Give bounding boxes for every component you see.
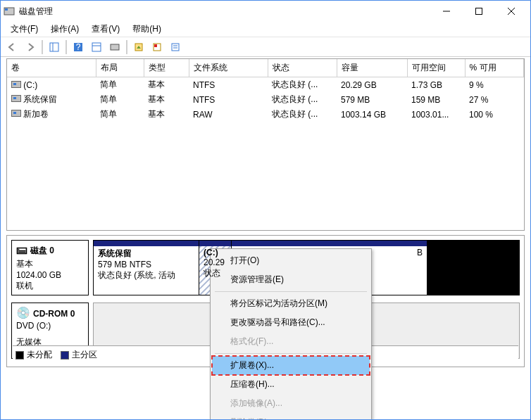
- cell: 20.29 GB: [337, 77, 407, 93]
- partition-status: 状态: [204, 267, 227, 279]
- partition[interactable]: 系统保留 579 MB NTFS 状态良好 (系统, 活动: [94, 241, 199, 295]
- maximize-button[interactable]: [463, 1, 495, 22]
- cell: RAW: [189, 107, 268, 122]
- disk-name: CD-ROM 0: [33, 309, 75, 319]
- toolbar-separator: [65, 40, 67, 54]
- title-bar: 磁盘管理: [1, 1, 530, 22]
- cell: 简单: [96, 107, 144, 122]
- disk-icon: 🖴: [16, 243, 27, 255]
- toolbar-separator: [126, 40, 127, 54]
- cell: NTFS: [189, 77, 268, 93]
- volume-row[interactable]: 系统保留 简单 基本 NTFS 状态良好 (... 579 MB 159 MB …: [7, 92, 524, 107]
- settings-button[interactable]: [88, 39, 105, 55]
- cell: NTFS: [189, 92, 268, 107]
- volume-row[interactable]: 新加卷 简单 基本 RAW 状态良好 (... 1003.14 GB 1003.…: [7, 107, 524, 122]
- cell: 基本: [144, 107, 189, 122]
- menu-view[interactable]: 查看(V): [86, 22, 125, 37]
- svg-rect-6: [50, 43, 58, 51]
- partition-text: B: [236, 248, 423, 257]
- ctx-separator: [215, 353, 367, 354]
- volume-icon: [11, 95, 21, 102]
- cell: 简单: [96, 92, 144, 107]
- volume-list-header[interactable]: 卷 布局 类型 文件系统 状态 容量 可用空间 % 可用: [7, 59, 524, 77]
- ctx-delete[interactable]: 删除卷(D)...: [212, 413, 370, 420]
- col-type[interactable]: 类型: [144, 59, 189, 77]
- disk-line2: DVD (O:): [16, 321, 84, 331]
- cell: 系统保留: [23, 94, 57, 104]
- ctx-add-mirror[interactable]: 添加镜像(A)...: [212, 394, 370, 413]
- cell: 简单: [96, 77, 144, 93]
- col-fs[interactable]: 文件系统: [189, 59, 268, 77]
- disk-header[interactable]: 🖴磁盘 0 基本 1024.00 GB 联机: [11, 240, 89, 295]
- cell: 状态良好 (...: [268, 77, 337, 93]
- cell: 9 %: [465, 77, 524, 93]
- col-status[interactable]: 状态: [268, 59, 337, 77]
- cell: 159 MB: [407, 92, 465, 107]
- cell: 1003.14 GB: [337, 107, 407, 122]
- help-button[interactable]: ?: [70, 39, 87, 55]
- ctx-mark-active[interactable]: 将分区标记为活动分区(M): [212, 294, 370, 313]
- back-button[interactable]: [4, 39, 20, 55]
- partition-stripe: [199, 241, 231, 246]
- disk-list-button[interactable]: [106, 39, 123, 55]
- context-menu: 打开(O) 资源管理器(E) 将分区标记为活动分区(M) 更改驱动器号和路径(C…: [210, 248, 372, 420]
- volume-icon: [11, 110, 21, 117]
- cell: 100 %: [465, 107, 524, 122]
- svg-rect-10: [92, 43, 101, 51]
- ctx-explorer[interactable]: 资源管理器(E): [212, 270, 370, 289]
- menu-action[interactable]: 操作(A): [45, 22, 85, 37]
- ctx-format[interactable]: 格式化(F)...: [212, 332, 370, 351]
- show-hide-tree-button[interactable]: [46, 39, 63, 55]
- minimize-button[interactable]: [430, 1, 463, 22]
- forward-button[interactable]: [22, 39, 39, 55]
- cell: 27 %: [465, 92, 524, 107]
- svg-rect-12: [111, 44, 119, 50]
- svg-rect-15: [154, 44, 157, 47]
- cell: 基本: [144, 77, 189, 93]
- svg-text:?: ?: [76, 42, 81, 52]
- volume-icon: [11, 81, 21, 88]
- toolbar-separator: [42, 40, 43, 54]
- action-button-1[interactable]: [130, 39, 147, 55]
- volume-row[interactable]: (C:) 简单 基本 NTFS 状态良好 (... 20.29 GB 1.73 …: [7, 77, 524, 93]
- cell: 579 MB: [337, 92, 407, 107]
- volume-list[interactable]: 卷 布局 类型 文件系统 状态 容量 可用空间 % 可用 (C:) 简单 基本 …: [6, 58, 525, 231]
- col-pctfree[interactable]: % 可用: [465, 59, 524, 77]
- cell: 1003.01...: [407, 107, 465, 122]
- partition-status: 状态良好 (系统, 活动: [98, 269, 194, 281]
- disk-type: 基本: [16, 258, 84, 270]
- app-icon: [4, 6, 15, 17]
- cell: 1.73 GB: [407, 77, 465, 93]
- window-title: 磁盘管理: [19, 6, 430, 18]
- disk-size: 1024.00 GB: [16, 270, 84, 280]
- svg-rect-1: [5, 8, 8, 11]
- partition-name: (C:): [204, 248, 227, 257]
- cdrom-icon: 💿: [16, 307, 30, 319]
- partition-stripe: [232, 241, 427, 246]
- col-capacity[interactable]: 容量: [337, 59, 407, 77]
- disk-name: 磁盘 0: [30, 246, 54, 255]
- action-button-2[interactable]: [149, 39, 165, 55]
- cell: 新加卷: [23, 109, 49, 119]
- col-free[interactable]: 可用空间: [407, 59, 465, 77]
- partition-name: 系统保留: [98, 248, 194, 260]
- menu-file[interactable]: 文件(F): [5, 22, 44, 37]
- cell: (C:): [23, 80, 37, 90]
- cell: 状态良好 (...: [268, 107, 337, 122]
- ctx-extend[interactable]: 扩展卷(X)...: [212, 356, 370, 375]
- ctx-separator: [215, 291, 367, 292]
- partition-stripe: [94, 241, 199, 246]
- menu-help[interactable]: 帮助(H): [127, 22, 167, 37]
- col-volume[interactable]: 卷: [7, 59, 96, 77]
- unallocated-space[interactable]: [427, 241, 519, 295]
- ctx-change-letter[interactable]: 更改驱动器号和路径(C)...: [212, 313, 370, 332]
- cell: 基本: [144, 92, 189, 107]
- partition-capacity: 579 MB NTFS: [98, 260, 194, 269]
- legend-unallocated: 未分配: [15, 349, 52, 361]
- ctx-shrink[interactable]: 压缩卷(H)...: [212, 375, 370, 394]
- close-button[interactable]: [495, 1, 527, 22]
- toolbar: ?: [1, 37, 530, 57]
- legend-primary: 主分区: [61, 349, 97, 361]
- col-layout[interactable]: 布局: [96, 59, 144, 77]
- action-button-3[interactable]: [167, 39, 184, 55]
